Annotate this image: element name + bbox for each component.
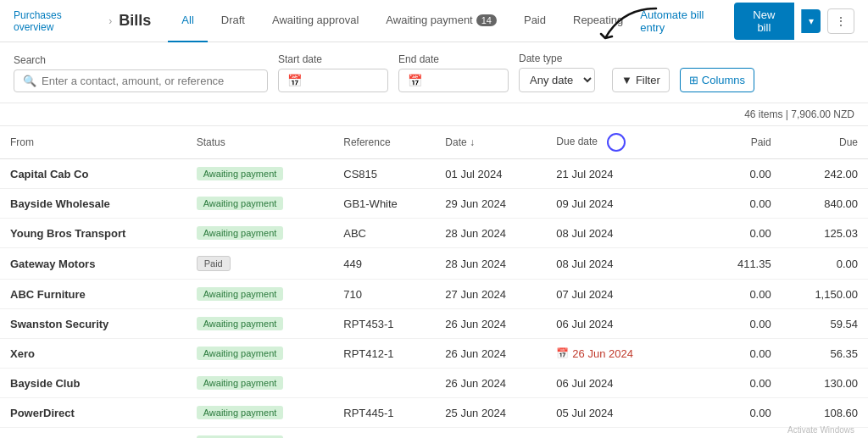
cell-due-date: 04 Jul 2024 [546, 428, 679, 439]
cell-due-date: 06 Jul 2024 [546, 369, 679, 398]
cell-due-date: 09 Jul 2024 [546, 189, 679, 219]
end-date-input[interactable]: 📅 [398, 69, 509, 92]
cell-from: Young Bros Transport [0, 219, 186, 248]
tab-repeating[interactable]: Repeating [559, 0, 637, 42]
tab-awaiting-payment[interactable]: Awaiting payment 14 [372, 0, 510, 42]
cell-status: Awaiting payment [186, 398, 334, 428]
table-row[interactable]: Bayside Wholesale Awaiting payment GB1-W… [0, 189, 868, 219]
bills-table-wrap: From Status Reference Date ↓ Due date [0, 126, 868, 438]
cell-date: 25 Jun 2024 [435, 398, 546, 428]
cell-reference: RPT445-1 [333, 398, 435, 428]
cell-status: Awaiting payment [186, 219, 334, 248]
cell-empty [679, 248, 707, 280]
search-group: Search 🔍 [14, 54, 268, 92]
cell-empty [679, 189, 707, 219]
status-badge: Awaiting payment [197, 197, 284, 210]
date-type-select[interactable]: Any date [519, 68, 595, 92]
cell-empty [679, 339, 707, 369]
cell-empty [679, 428, 707, 439]
table-row[interactable]: ABC Furniture Awaiting payment 710 27 Ju… [0, 280, 868, 309]
start-date-label: Start date [278, 53, 388, 65]
cell-reference: RPT489-1 [333, 428, 435, 439]
col-header-due-date: Due date [546, 126, 679, 159]
summary-text: 46 items | 7,906.00 NZD [744, 108, 854, 120]
table-row[interactable]: Net Connect Awaiting payment RPT489-1 24… [0, 428, 868, 439]
cell-status: Awaiting payment [186, 159, 334, 189]
cell-status: Awaiting payment [186, 280, 334, 309]
col-header-empty [679, 126, 707, 159]
cell-status: Awaiting payment [186, 428, 334, 439]
search-input[interactable] [42, 75, 228, 87]
status-badge: Awaiting payment [197, 406, 284, 419]
cell-due-date: 06 Jul 2024 [546, 309, 679, 339]
cell-due-date: 21 Jul 2024 [546, 159, 679, 189]
cell-empty [679, 309, 707, 339]
filter-bar: Search 🔍 Start date 📅 End date 📅 Date ty… [0, 42, 868, 103]
awaiting-payment-badge: 14 [476, 14, 497, 26]
cell-reference: RPT453-1 [333, 309, 435, 339]
cell-empty [679, 280, 707, 309]
table-row[interactable]: Gateway Motors Paid 449 28 Jun 2024 08 J… [0, 248, 868, 280]
cell-reference: 449 [333, 248, 435, 280]
cell-date: 27 Jun 2024 [435, 280, 546, 309]
tab-awaiting-approval[interactable]: Awaiting approval [259, 0, 372, 42]
cell-paid: 411.35 [707, 248, 781, 280]
automate-bill-entry-link[interactable]: Automate bill entry [640, 8, 726, 34]
table-row[interactable]: PowerDirect Awaiting payment RPT445-1 25… [0, 398, 868, 428]
status-badge: Awaiting payment [197, 376, 284, 390]
tab-list: All Draft Awaiting approval Awaiting pay… [168, 0, 637, 42]
summary-row: 46 items | 7,906.00 NZD [0, 103, 868, 126]
table-row[interactable]: Young Bros Transport Awaiting payment AB… [0, 219, 868, 248]
cell-from: Capital Cab Co [0, 159, 186, 189]
cell-paid: 0.00 [707, 219, 781, 248]
search-input-wrap[interactable]: 🔍 [14, 69, 268, 92]
cell-paid: 0.00 [707, 428, 781, 439]
cell-date: 24 Jun 2024 [435, 428, 546, 439]
cell-due-amount: 0.00 [782, 248, 868, 280]
cell-paid: 0.00 [707, 189, 781, 219]
cell-reference: RPT412-1 [333, 339, 435, 369]
cell-due-amount: 108.60 [782, 398, 868, 428]
search-icon: 🔍 [23, 75, 36, 87]
table-row[interactable]: Swanston Security Awaiting payment RPT45… [0, 309, 868, 339]
cell-paid: 0.00 [707, 369, 781, 398]
cell-empty [679, 219, 707, 248]
cell-due-date: 📅26 Jun 2024 [546, 339, 679, 369]
tab-paid[interactable]: Paid [510, 0, 559, 42]
more-options-button[interactable]: ⋮ [827, 8, 854, 34]
col-header-status: Status [186, 126, 334, 159]
columns-icon: ⊞ [689, 74, 698, 86]
calendar-icon-end: 📅 [408, 74, 422, 87]
col-header-date[interactable]: Date ↓ [435, 126, 546, 159]
cell-paid: 0.00 [707, 159, 781, 189]
new-bill-dropdown-button[interactable]: ▾ [801, 9, 821, 33]
col-header-due: Due [782, 126, 868, 159]
table-row[interactable]: Bayside Club Awaiting payment 26 Jun 202… [0, 369, 868, 398]
cell-status: Awaiting payment [186, 189, 334, 219]
cell-date: 28 Jun 2024 [435, 219, 546, 248]
cell-paid: 0.00 [707, 309, 781, 339]
cell-date: 26 Jun 2024 [435, 369, 546, 398]
col-header-paid: Paid [707, 126, 781, 159]
cell-status: Awaiting payment [186, 339, 334, 369]
cell-reference: GB1-White [333, 189, 435, 219]
cell-due-date: 08 Jul 2024 [546, 219, 679, 248]
filter-button[interactable]: ▼ Filter [612, 68, 670, 92]
cell-empty [679, 398, 707, 428]
breadcrumb-separator: › [108, 15, 112, 27]
columns-button[interactable]: ⊞ Columns [680, 68, 754, 92]
cell-due-amount: 1,150.00 [782, 280, 868, 309]
table-row[interactable]: Xero Awaiting payment RPT412-1 26 Jun 20… [0, 339, 868, 369]
cell-due-date: 08 Jul 2024 [546, 248, 679, 280]
tab-all[interactable]: All [168, 0, 207, 42]
breadcrumb-link[interactable]: Purchases overview [14, 9, 102, 33]
cell-paid: 0.00 [707, 339, 781, 369]
new-bill-button[interactable]: New bill [734, 3, 794, 40]
start-date-input[interactable]: 📅 [278, 69, 388, 92]
table-row[interactable]: Capital Cab Co Awaiting payment CS815 01… [0, 159, 868, 189]
cell-due-amount: 840.00 [782, 189, 868, 219]
cell-status: Awaiting payment [186, 309, 334, 339]
tab-draft[interactable]: Draft [208, 0, 259, 42]
page-title: Bills [119, 12, 151, 30]
cell-from: ABC Furniture [0, 280, 186, 309]
